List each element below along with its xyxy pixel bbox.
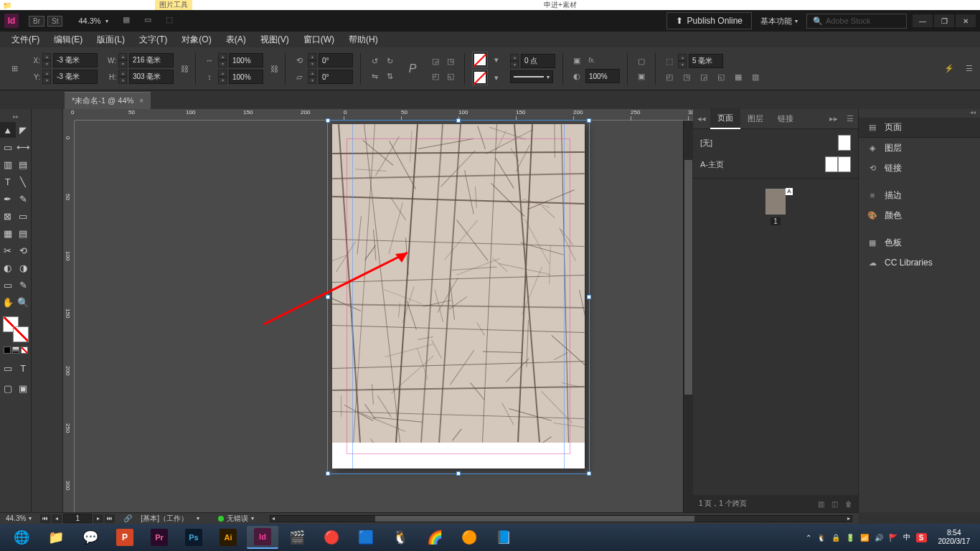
select-content-icon[interactable]: ◳ <box>444 55 457 67</box>
tray-network-icon[interactable]: 📶 <box>860 534 869 542</box>
constrain-wh-icon[interactable]: ⛓ <box>178 62 191 75</box>
menu-help[interactable]: 帮助(H) <box>343 32 384 47</box>
vertical-scrollbar[interactable] <box>683 121 693 512</box>
master-a-row[interactable]: A-主页 <box>693 154 858 175</box>
preview-mode[interactable]: T <box>16 360 32 376</box>
flip-v-icon[interactable]: ⇅ <box>383 70 396 83</box>
tray-clock[interactable]: 8:54 2020/3/17 <box>938 529 971 546</box>
note-tool[interactable]: ▭ <box>0 277 16 293</box>
delete-page-icon[interactable]: 🗑 <box>845 500 852 508</box>
gap-input[interactable] <box>689 54 723 68</box>
tray-flag-icon[interactable]: 🚩 <box>889 534 897 542</box>
dock-pages[interactable]: ▤页面 <box>859 118 980 138</box>
close-tab-icon[interactable]: × <box>139 97 143 105</box>
scale-x-input[interactable] <box>229 53 263 67</box>
stroke-swatch[interactable] <box>472 70 488 85</box>
panel-collapse-icon[interactable]: ◂◂ <box>693 114 710 123</box>
flip-h-icon[interactable]: ⇋ <box>368 70 381 83</box>
menu-layout[interactable]: 版面(L) <box>91 32 131 47</box>
menu-view[interactable]: 视图(V) <box>255 32 295 47</box>
hand-tool[interactable]: ✋ <box>0 294 16 310</box>
fx-icon[interactable]: fx. <box>585 54 598 67</box>
corner-icon-1[interactable]: ◰ <box>663 70 676 83</box>
corner-icon-3[interactable]: ◲ <box>697 70 710 83</box>
table-tool[interactable]: ▦ <box>0 225 16 241</box>
tray-icon-2[interactable]: 🔒 <box>831 534 840 542</box>
text-wrap-none-icon[interactable]: ▢ <box>635 55 648 67</box>
prev-page-button[interactable]: ◂ <box>52 514 62 523</box>
shear-input[interactable] <box>319 70 353 84</box>
table-tool-2[interactable]: ▤ <box>16 225 32 241</box>
w-input[interactable] <box>129 53 174 67</box>
placed-image[interactable] <box>332 124 585 443</box>
page-navigator[interactable]: ⏮ ◂ ▸ ⏭ <box>40 514 115 523</box>
scale-y-input[interactable] <box>229 70 263 84</box>
stroke-style-dropdown[interactable]: ▾ <box>510 70 553 83</box>
taskbar-app-media[interactable]: 🎬 <box>281 526 313 549</box>
panel-menu-icon[interactable]: ☰ <box>842 114 858 123</box>
menu-window[interactable]: 窗口(W) <box>298 32 340 47</box>
direct-selection-tool[interactable]: ◤ <box>16 122 32 138</box>
zoom-level-dropdown[interactable]: 44.3% <box>78 17 108 25</box>
dock-cc-libraries[interactable]: ☁CC Libraries <box>859 253 980 273</box>
panel-menu-icon[interactable]: ☰ <box>963 62 976 75</box>
taskbar-chrome[interactable]: 🌈 <box>419 526 451 549</box>
screen-mode-tool-2[interactable]: ▣ <box>16 380 32 396</box>
maximize-button[interactable]: ❐ <box>934 14 954 27</box>
menu-edit[interactable]: 编辑(E) <box>48 32 88 47</box>
tab-links[interactable]: 链接 <box>771 109 801 128</box>
y-input[interactable] <box>53 70 98 84</box>
eyedropper-tool[interactable]: ✎ <box>16 277 32 293</box>
dock-layers[interactable]: ◈图层 <box>859 138 980 158</box>
tray-qq-icon[interactable]: 🐧 <box>817 534 826 542</box>
last-page-button[interactable]: ⏭ <box>105 514 115 523</box>
dock-links[interactable]: ⟲链接 <box>859 158 980 178</box>
new-page-icon[interactable]: ◫ <box>831 500 838 508</box>
menu-table[interactable]: 表(A) <box>220 32 252 47</box>
next-page-button[interactable]: ▸ <box>93 514 103 523</box>
drop-shadow-icon[interactable]: ▣ <box>570 54 583 67</box>
canvas[interactable]: 050100150200250300350400450050100150200 … <box>63 109 693 512</box>
menu-type[interactable]: 文字(T) <box>133 32 173 47</box>
master-none-row[interactable]: [无] <box>693 132 858 154</box>
zoom-tool[interactable]: 🔍 <box>16 294 32 310</box>
minimize-button[interactable]: — <box>913 14 933 27</box>
stock-button[interactable]: St <box>47 16 62 27</box>
selection-tool[interactable]: ▲ <box>0 122 16 138</box>
scissors-tool[interactable]: ✂ <box>0 242 16 258</box>
apply-color[interactable] <box>4 347 11 354</box>
dock-swatches[interactable]: ▦色板 <box>859 232 980 253</box>
dock-color[interactable]: 🎨颜色 <box>859 205 980 225</box>
tray-battery-icon[interactable]: 🔋 <box>846 534 854 542</box>
taskbar-app-blue[interactable]: 🟦 <box>350 526 382 549</box>
horizontal-scrollbar[interactable]: ◂▸ <box>270 515 852 522</box>
panel-expand-icon[interactable]: ▸▸ <box>825 114 842 123</box>
gradient-swatch-tool[interactable]: ◐ <box>0 260 16 276</box>
status-preset[interactable]: [基本]（工作） <box>141 514 188 524</box>
close-button[interactable]: ✕ <box>956 14 976 27</box>
status-zoom[interactable]: 44.3%▾ <box>6 514 32 522</box>
tray-volume-icon[interactable]: 🔊 <box>875 534 883 542</box>
edit-page-size-icon[interactable]: ▥ <box>818 500 824 508</box>
screen-mode-icon[interactable]: ▭ <box>144 15 156 27</box>
taskbar-photoshop[interactable]: Ps <box>178 526 209 549</box>
menu-object[interactable]: 对象(O) <box>176 32 217 47</box>
taskbar-app-orange[interactable]: 🟠 <box>453 526 485 549</box>
corner-icon-6[interactable]: ▥ <box>749 70 762 83</box>
taskbar-powerpoint[interactable]: P <box>109 526 141 549</box>
adobe-stock-search[interactable]: 🔍 Adobe Stock <box>806 14 907 29</box>
bridge-button[interactable]: Br <box>29 16 44 27</box>
quick-apply-icon[interactable]: ⚡ <box>943 62 956 75</box>
document-tab[interactable]: *未命名-1 @ 44% × <box>65 92 151 109</box>
publish-online-button[interactable]: ⬆ Publish Online <box>666 12 752 29</box>
taskbar-qq[interactable]: 🐧 <box>385 526 416 549</box>
arrange-icon[interactable]: ▦ <box>123 15 134 27</box>
select-prev-icon[interactable]: ◰ <box>429 70 442 83</box>
select-container-icon[interactable]: ◲ <box>429 55 442 67</box>
free-transform-tool[interactable]: ⟲ <box>16 242 32 258</box>
taskbar-premiere[interactable]: Pr <box>143 526 175 549</box>
apply-none[interactable] <box>21 347 28 354</box>
tray-sogou-icon[interactable]: S <box>916 533 927 542</box>
taskbar-explorer[interactable]: 📁 <box>40 526 72 549</box>
apply-gradient[interactable] <box>12 347 19 354</box>
